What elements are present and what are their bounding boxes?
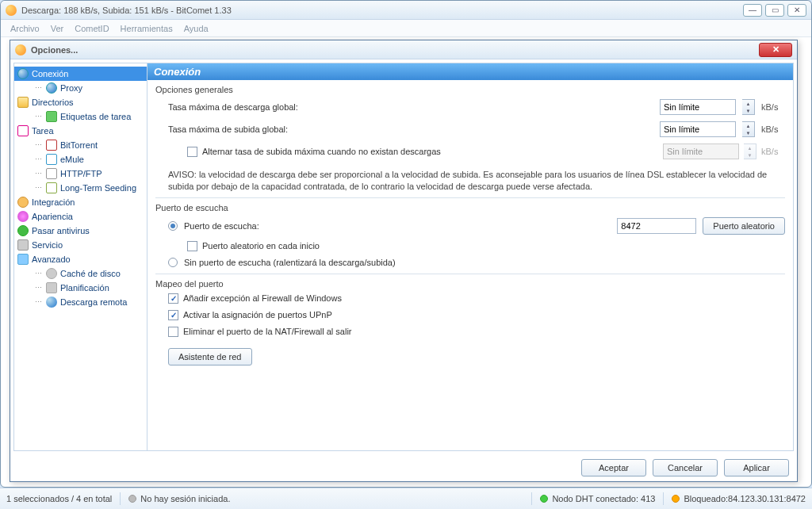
status-bar: 1 seleccionados / 4 en total No hay sesi… bbox=[0, 488, 812, 509]
schedule-icon bbox=[46, 282, 57, 293]
alt-upload-label: Alternar tasa de subida máxima cuando no… bbox=[202, 147, 658, 156]
seed-icon bbox=[46, 182, 57, 193]
tree-longterm[interactable]: ⋯Long-Term Seeding bbox=[14, 181, 147, 195]
tree-etiquetas[interactable]: ⋯Etiquetas de tarea bbox=[14, 109, 147, 124]
alt-upload-input bbox=[663, 144, 739, 159]
options-dialog: Opciones... ✕ Conexión ⋯Proxy Directorio… bbox=[10, 40, 798, 482]
content-pane: Conexión Opciones generales Tasa máxima … bbox=[147, 63, 793, 450]
section-mapeo: Mapeo del puerto bbox=[155, 277, 785, 290]
integration-icon bbox=[17, 197, 29, 208]
menu-herramientas[interactable]: Herramientas bbox=[121, 24, 173, 33]
random-port-startup-checkbox[interactable] bbox=[187, 241, 197, 251]
section-puerto: Puerto de escucha bbox=[155, 201, 785, 214]
dht-status-icon bbox=[540, 495, 548, 503]
tree-bittorrent[interactable]: ⋯BitTorrent bbox=[14, 138, 147, 152]
menu-archivo[interactable]: Archivo bbox=[10, 24, 40, 33]
tree-planificacion[interactable]: ⋯Planificación bbox=[14, 281, 147, 295]
folder-icon bbox=[17, 97, 29, 108]
tree-antivirus[interactable]: Pasar antivirus bbox=[14, 224, 147, 238]
tree-remota[interactable]: ⋯Descarga remota bbox=[14, 295, 147, 309]
dialog-buttons: Aceptar Cancelar Aplicar bbox=[10, 454, 797, 481]
dialog-icon bbox=[15, 44, 26, 55]
service-icon bbox=[17, 239, 29, 251]
tree-cache[interactable]: ⋯Caché de disco bbox=[14, 266, 147, 281]
menu-ayuda[interactable]: Ayuda bbox=[184, 24, 209, 33]
tree-tarea[interactable]: Tarea bbox=[14, 124, 147, 138]
network-wizard-button[interactable]: Asistente de red bbox=[168, 348, 252, 365]
upnp-label: Activar la asignación de puertos UPnP bbox=[183, 310, 332, 320]
main-title: Descarga: 188 kB/s, Subida: 151 kB/s - B… bbox=[21, 6, 743, 15]
tree-proxy[interactable]: ⋯Proxy bbox=[14, 81, 147, 95]
section-generales: Opciones generales bbox=[155, 83, 785, 96]
max-upload-spinner[interactable]: ▲▼ bbox=[742, 121, 755, 137]
tree-servicio[interactable]: Servicio bbox=[14, 238, 147, 252]
app-icon bbox=[6, 5, 17, 16]
random-port-startup-label: Puerto aleatorio en cada inicio bbox=[202, 241, 320, 251]
ok-button[interactable]: Aceptar bbox=[581, 459, 646, 476]
status-blocked: Bloqueado:84.123.30.131:8472 bbox=[684, 494, 806, 503]
upnp-checkbox[interactable]: ✓ bbox=[168, 310, 178, 320]
random-port-button[interactable]: Puerto aleatorio bbox=[703, 217, 785, 235]
listen-port-label: Puerto de escucha: bbox=[184, 221, 611, 231]
max-download-input[interactable] bbox=[660, 99, 736, 115]
max-download-spinner[interactable]: ▲▼ bbox=[742, 99, 755, 115]
aviso-text: AVISO: la velocidad de descarga debe ser… bbox=[155, 164, 785, 198]
listen-port-radio[interactable] bbox=[168, 221, 178, 231]
tree-directorios[interactable]: Directorios bbox=[14, 95, 147, 109]
options-tree[interactable]: Conexión ⋯Proxy Directorios ⋯Etiquetas d… bbox=[14, 63, 147, 450]
emule-icon bbox=[46, 154, 57, 165]
firewall-checkbox[interactable]: ✓ bbox=[168, 293, 178, 304]
tree-emule[interactable]: ⋯eMule bbox=[14, 152, 147, 166]
status-selection: 1 seleccionados / 4 en total bbox=[6, 494, 112, 503]
proxy-icon bbox=[46, 82, 57, 94]
max-download-label: Tasa máxima de descarga global: bbox=[168, 102, 653, 112]
minimize-button[interactable]: — bbox=[743, 4, 762, 17]
menubar: Archivo Ver CometID Herramientas Ayuda bbox=[1, 20, 811, 37]
cache-icon bbox=[46, 268, 57, 279]
alt-upload-spinner: ▲▼ bbox=[744, 144, 756, 159]
main-titlebar: Descarga: 188 kB/s, Subida: 151 kB/s - B… bbox=[1, 1, 811, 20]
task-icon bbox=[17, 125, 29, 136]
no-listen-port-label: Sin puerto de escucha (ralentizará la de… bbox=[184, 258, 396, 267]
tree-avanzado[interactable]: Avanzado bbox=[14, 252, 147, 266]
tree-httpftp[interactable]: ⋯HTTP/FTP bbox=[14, 166, 147, 181]
tree-conexion[interactable]: Conexión bbox=[14, 67, 147, 81]
close-button[interactable]: ✕ bbox=[787, 4, 806, 17]
advanced-icon bbox=[17, 254, 29, 265]
firewall-label: Añadir excepción al Firewall de Windows bbox=[183, 293, 342, 303]
dialog-title: Opciones... bbox=[31, 45, 759, 55]
unit-label: kB/s bbox=[761, 102, 785, 112]
antivirus-icon bbox=[17, 225, 29, 236]
content-header: Conexión bbox=[147, 63, 793, 80]
apply-button[interactable]: Aplicar bbox=[724, 459, 789, 476]
cancel-button[interactable]: Cancelar bbox=[653, 459, 718, 476]
nat-label: Eliminar el puerto de la NAT/Firewall al… bbox=[183, 327, 352, 336]
maximize-button[interactable]: ▭ bbox=[765, 4, 784, 17]
max-upload-input[interactable] bbox=[660, 121, 736, 137]
menu-ver[interactable]: Ver bbox=[51, 24, 64, 33]
bittorrent-icon bbox=[46, 140, 57, 151]
blocked-status-icon bbox=[672, 495, 680, 503]
nat-checkbox[interactable] bbox=[168, 327, 178, 337]
status-dht: Nodo DHT conectado: 413 bbox=[552, 494, 655, 503]
alt-upload-checkbox[interactable] bbox=[187, 147, 197, 157]
max-upload-label: Tasa máxima de subida global: bbox=[168, 124, 653, 134]
session-status-icon bbox=[128, 495, 136, 503]
dialog-titlebar: Opciones... ✕ bbox=[10, 40, 797, 59]
menu-cometid[interactable]: CometID bbox=[75, 24, 109, 33]
label-icon bbox=[46, 111, 57, 122]
dialog-close-button[interactable]: ✕ bbox=[759, 43, 792, 57]
listen-port-input[interactable] bbox=[617, 218, 696, 234]
globe-icon bbox=[17, 68, 29, 79]
remote-icon bbox=[46, 297, 57, 308]
http-icon bbox=[46, 168, 57, 179]
tree-integracion[interactable]: Integración bbox=[14, 195, 147, 209]
status-session: No hay sesión iniciada. bbox=[140, 494, 230, 503]
no-listen-port-radio[interactable] bbox=[168, 258, 178, 267]
tree-apariencia[interactable]: Apariencia bbox=[14, 209, 147, 224]
appearance-icon bbox=[17, 211, 29, 222]
